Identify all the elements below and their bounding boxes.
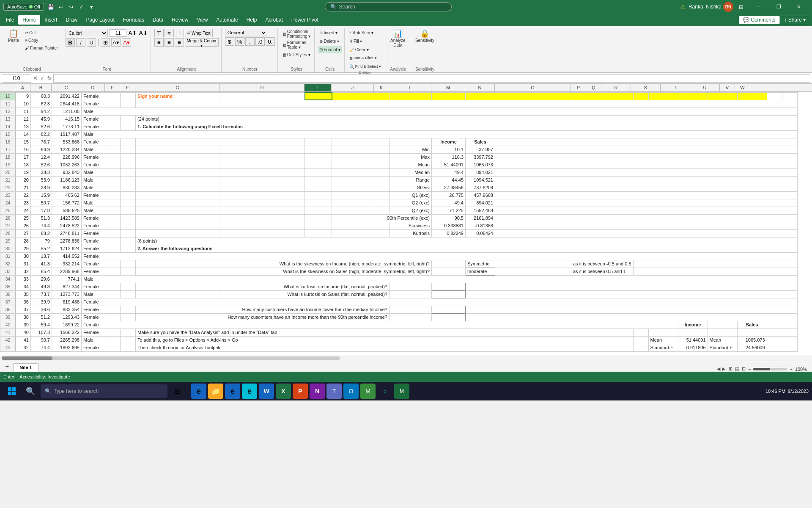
cell-L17[interactable]: Min xyxy=(390,146,432,153)
cell-O32[interactable]: as it is between -0.5 and 0.5 xyxy=(571,260,634,268)
insert-function-icon[interactable]: fx xyxy=(47,75,52,81)
cell-T10[interactable] xyxy=(708,92,737,100)
cell-E12[interactable] xyxy=(105,108,798,115)
cell-G23[interactable] xyxy=(136,191,220,199)
cut-button[interactable]: ✂ Cut xyxy=(24,29,59,36)
col-header-L[interactable]: L xyxy=(389,84,431,91)
cell-M33[interactable]: moderate xyxy=(466,268,495,275)
cell-G36[interactable] xyxy=(136,290,220,298)
search-taskbar-button[interactable]: 🔍 xyxy=(22,383,39,400)
cell-M24[interactable]: 49.4 xyxy=(432,199,466,207)
cell-F21[interactable] xyxy=(121,176,136,184)
cell-F32[interactable] xyxy=(121,260,136,268)
cell-G42[interactable]: To add this, go to Files > Options > Add… xyxy=(136,336,634,344)
cell-M20[interactable]: 49.4 xyxy=(432,168,466,176)
cell-R41[interactable] xyxy=(648,329,678,336)
cell-F11[interactable] xyxy=(121,100,136,108)
align-top-button[interactable]: ⊤ xyxy=(154,29,164,37)
cell-I10[interactable] xyxy=(305,92,332,100)
cell-E18[interactable] xyxy=(105,153,121,161)
cell-G38[interactable]: How many customers have an Income lower … xyxy=(136,306,390,313)
cell-D39[interactable]: Female xyxy=(82,313,105,321)
cell-D15[interactable]: Male xyxy=(82,130,105,138)
cell-E25[interactable] xyxy=(105,207,121,214)
zoom-in-button[interactable]: + xyxy=(790,367,792,372)
cell-H35[interactable]: What is kurtosis on Income (flat, normal… xyxy=(220,283,390,290)
cell-A15[interactable]: 14 xyxy=(16,130,31,138)
cell-E31[interactable] xyxy=(105,252,798,260)
cell-U40[interactable] xyxy=(767,321,797,329)
share-button[interactable]: ↑ Share ▾ xyxy=(779,16,810,24)
cell-E32[interactable] xyxy=(105,260,121,268)
cell-L33[interactable] xyxy=(432,268,466,275)
cell-E23[interactable] xyxy=(105,191,121,199)
menu-item-review[interactable]: Review xyxy=(167,15,192,25)
cell-A27[interactable]: 26 xyxy=(16,222,31,229)
border-button[interactable]: ⊞ xyxy=(101,38,110,47)
cell-J28[interactable] xyxy=(332,229,374,237)
cell-C30[interactable]: 1713.624 xyxy=(52,245,82,252)
cell-I27[interactable] xyxy=(305,222,332,229)
cell-C10[interactable]: 2091.422 xyxy=(52,92,82,100)
cell-C33[interactable]: 2289.968 xyxy=(52,268,82,275)
cell-M25[interactable]: 71.225 xyxy=(432,207,466,214)
cell-B15[interactable]: 82.2 xyxy=(31,130,52,138)
cell-M36[interactable] xyxy=(432,290,466,298)
cell-A31[interactable]: 30 xyxy=(16,252,31,260)
cell-L18[interactable]: Max xyxy=(390,153,432,161)
cell-J19[interactable] xyxy=(332,161,374,168)
increase-font-icon[interactable]: A⬆ xyxy=(128,30,137,36)
text-wrap-button[interactable]: ⏎ Wrap Text xyxy=(185,29,213,37)
cell-M17[interactable]: 10.1 xyxy=(432,146,466,153)
redo-icon[interactable]: ↪ xyxy=(67,3,75,11)
cell-F28[interactable] xyxy=(121,229,136,237)
cell-B34[interactable]: 29.6 xyxy=(31,275,52,283)
cell-C15[interactable]: 1517.407 xyxy=(52,130,82,138)
cell-T42[interactable]: Mean xyxy=(708,336,737,344)
cell-G30[interactable]: 2. Answer the following questions xyxy=(136,245,798,252)
teams-icon[interactable]: T xyxy=(326,384,342,399)
normal-view-button[interactable]: ⊞ xyxy=(729,366,732,372)
merge-center-button[interactable]: Merge & Center ▾ xyxy=(185,38,219,47)
align-middle-button[interactable]: ≡ xyxy=(165,29,174,37)
cell-F41[interactable] xyxy=(121,329,136,336)
col-header-F[interactable]: F xyxy=(120,84,135,91)
cell-I17[interactable] xyxy=(305,146,332,153)
cell-E10[interactable] xyxy=(105,92,121,100)
cell-H10[interactable] xyxy=(220,92,305,100)
cell-D32[interactable]: Female xyxy=(82,260,105,268)
cell-name-box[interactable] xyxy=(2,74,31,83)
cell-A43[interactable]: 42 xyxy=(16,344,31,351)
cell-C25[interactable]: 588.625 xyxy=(52,207,82,214)
save-icon[interactable]: 💾 xyxy=(47,3,55,11)
cell-T43[interactable]: Standard E xyxy=(708,344,737,351)
cell-J18[interactable] xyxy=(332,153,374,161)
cell-A11[interactable]: 10 xyxy=(16,100,31,108)
cell-F18[interactable] xyxy=(121,153,136,161)
cell-D14[interactable]: Female xyxy=(82,123,105,130)
col-header-V[interactable]: V xyxy=(720,84,735,91)
cell-A41[interactable]: 40 xyxy=(16,329,31,336)
col-header-T[interactable]: T xyxy=(661,84,690,91)
cell-F19[interactable] xyxy=(121,161,136,168)
cell-J23[interactable] xyxy=(332,191,374,199)
cell-L25[interactable]: Q2 (exc) xyxy=(390,207,432,214)
autosum-button[interactable]: Σ AutoSum ▾ xyxy=(348,29,375,36)
cell-D28[interactable]: Female xyxy=(82,229,105,237)
autosave-button[interactable]: AutoSave Off xyxy=(3,3,44,11)
cell-E43[interactable] xyxy=(105,344,121,351)
cell-B40[interactable]: 59.4 xyxy=(31,321,52,329)
cell-E40[interactable] xyxy=(105,321,678,329)
cell-T41[interactable] xyxy=(708,329,737,336)
cell-L23[interactable]: Q1 (exc) xyxy=(390,191,432,199)
cell-B33[interactable]: 65.4 xyxy=(31,268,52,275)
cell-D37[interactable]: Female xyxy=(82,298,105,306)
cell-N26[interactable]: 2161.894 xyxy=(466,214,495,222)
cell-A24[interactable]: 23 xyxy=(16,199,31,207)
cell-E14[interactable] xyxy=(105,123,121,130)
cell-K20[interactable] xyxy=(374,168,390,176)
cell-D38[interactable]: Female xyxy=(82,306,105,313)
cell-J26[interactable]: 90th Percentile (exc) xyxy=(332,214,432,222)
cell-T40[interactable]: Sales xyxy=(737,321,767,329)
col-header-S[interactable]: S xyxy=(631,84,661,91)
